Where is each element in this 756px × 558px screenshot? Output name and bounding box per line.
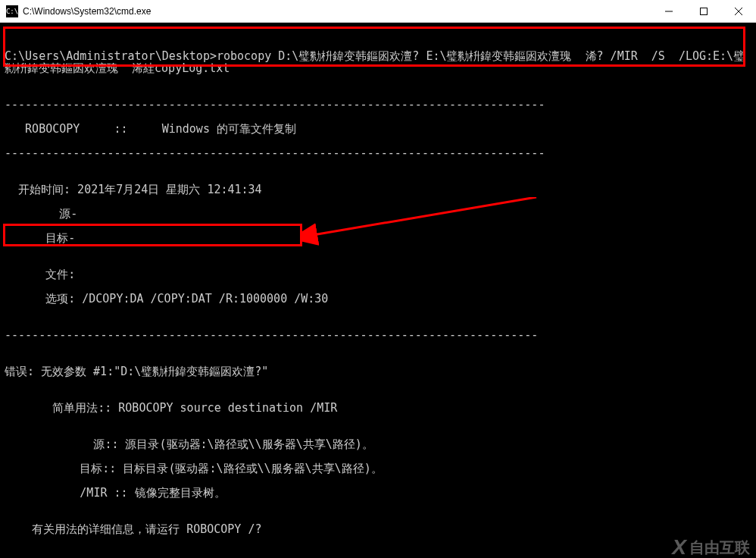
maximize-icon	[700, 8, 708, 15]
minimize-icon	[665, 8, 673, 15]
terminal-usage-dest: 目标:: 目标目录(驱动器:\路径或\\服务器\共享\路径)。	[5, 462, 751, 475]
terminal-output[interactable]: C:\Users\Administrator\Desktop>robocopy …	[0, 23, 756, 558]
close-icon	[735, 8, 742, 15]
terminal-error-line: 错误: 无效参数 #1:"D:\璧勬枡鍏变韩鏂囦欢澶?"	[5, 365, 751, 378]
maximize-button[interactable]	[686, 0, 721, 22]
window-control-buttons	[651, 0, 756, 22]
terminal-separator: ----------------------------------------…	[5, 99, 751, 111]
window-titlebar: C:\ C:\Windows\System32\cmd.exe	[0, 0, 756, 23]
window-title: C:\Windows\System32\cmd.exe	[23, 6, 651, 17]
terminal-header: ROBOCOPY :: Windows 的可靠文件复制	[5, 123, 751, 135]
cmd-icon-text: C:\	[6, 8, 18, 15]
watermark: X 自由互联	[672, 541, 750, 553]
close-button[interactable]	[721, 0, 756, 22]
terminal-files: 文件:	[5, 268, 751, 281]
terminal-options: 选项: /DCOPY:DA /COPY:DAT /R:1000000 /W:30	[5, 293, 751, 305]
terminal-separator: ----------------------------------------…	[5, 329, 751, 341]
terminal-separator: ----------------------------------------…	[5, 147, 751, 159]
terminal-usage-mir: /MIR :: 镜像完整目录树。	[5, 487, 751, 499]
terminal-usage-source: 源:: 源目录(驱动器:\路径或\\服务器\共享\路径)。	[5, 438, 751, 450]
terminal-info: 有关用法的详细信息，请运行 ROBOCOPY /?	[5, 523, 751, 535]
terminal-usage: 简单用法:: ROBOCOPY source destination /MIR	[5, 402, 751, 414]
terminal-command-line: C:\Users\Administrator\Desktop>robocopy …	[5, 50, 751, 74]
minimize-button[interactable]	[651, 0, 686, 22]
watermark-logo: X	[672, 541, 686, 553]
terminal-source: 源-	[5, 208, 751, 220]
cmd-icon: C:\	[6, 5, 18, 17]
watermark-text: 自由互联	[689, 541, 750, 553]
terminal-destination: 目标-	[5, 232, 751, 244]
terminal-start-time: 开始时间: 2021年7月24日 星期六 12:41:34	[5, 183, 751, 196]
svg-rect-1	[701, 8, 708, 14]
